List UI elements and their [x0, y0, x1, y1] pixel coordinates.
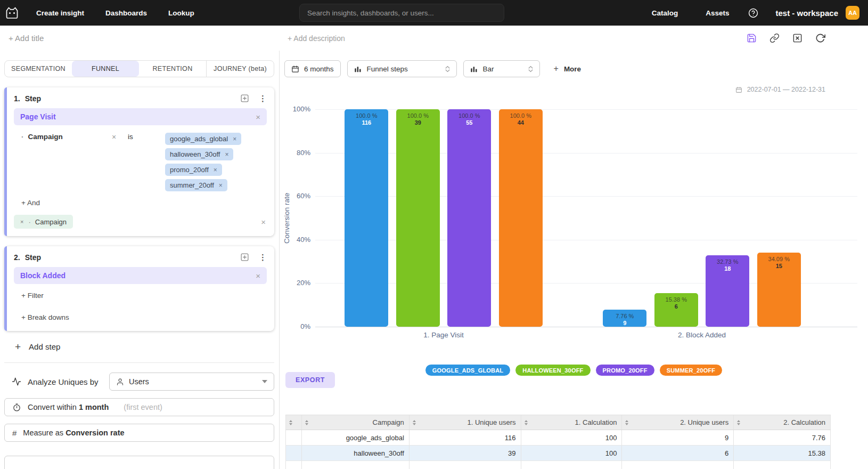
table-cell: 39 [410, 446, 521, 460]
legend-promo_20off[interactable]: PROMO_20OFF [596, 365, 654, 376]
table-header-campaign[interactable]: Campaign [302, 415, 410, 430]
analyze-label: Analyze Uniques by [28, 377, 99, 386]
bar-halloween_30off-step2[interactable]: 15.38 %6 [654, 293, 698, 327]
workspace-menu[interactable]: test - workspace [775, 9, 838, 18]
legend-halloween_30off[interactable]: HALLOWEEN_30OFF [515, 365, 590, 376]
chart-legend: GOOGLE_ADS_GLOBALHALLOWEEN_30OFFPROMO_20… [280, 365, 868, 376]
remove-value-icon[interactable]: × [219, 182, 223, 189]
nav-dashboards[interactable]: Dashboards [105, 9, 147, 17]
bar-summer_20off-step2[interactable]: 34.09 %15 [757, 253, 801, 327]
step-title: Step [25, 94, 41, 103]
search-input[interactable] [300, 9, 504, 17]
sort-icon[interactable] [525, 420, 528, 425]
analyze-unit-select[interactable]: Users [109, 373, 274, 391]
remove-value-icon[interactable]: × [214, 166, 217, 174]
step-menu-icon[interactable]: ⋮ [259, 94, 267, 102]
bar-google_ads_global-step2[interactable]: 7.76 %9 [603, 310, 646, 327]
remove-event-icon[interactable]: × [256, 271, 260, 280]
filter-operator[interactable]: is [128, 133, 165, 141]
bar-google_ads_global-step1[interactable]: 100.0 %116 [345, 109, 388, 327]
bar-count-label: 55 [447, 119, 491, 126]
duplicate-step-icon[interactable] [240, 253, 249, 262]
add-and-condition[interactable]: + And [14, 199, 267, 207]
clear-breakdown-icon[interactable]: × [261, 217, 266, 227]
sort-icon[interactable] [737, 420, 740, 425]
additional-setting-box[interactable] [4, 456, 274, 469]
avatar[interactable]: AA [846, 6, 859, 20]
table-cell [622, 461, 734, 469]
legend-google_ads_global[interactable]: GOOGLE_ADS_GLOBAL [425, 365, 511, 376]
step-menu-icon[interactable]: ⋮ [259, 253, 267, 261]
add-title-button[interactable]: + Add title [9, 34, 44, 43]
add-breakdown-button[interactable]: + Break downs [14, 313, 267, 321]
app-logo-cat-icon[interactable] [4, 5, 19, 20]
table-header-1-unique-users[interactable]: 1. Unique users [410, 415, 521, 430]
save-icon[interactable] [747, 33, 757, 43]
tab-funnel[interactable]: FUNNEL [72, 61, 139, 77]
event-selector[interactable]: Block Added × [14, 267, 267, 284]
table-header-1-calculation[interactable]: 1. Calculation [521, 415, 623, 430]
table-cell: 7.76 [734, 430, 831, 445]
legend-summer_20off[interactable]: SUMMER_20OFF [660, 365, 723, 376]
add-filter-button[interactable]: + Filter [14, 292, 267, 300]
clear-icon[interactable] [792, 33, 803, 43]
table-row-partial [285, 461, 831, 469]
remove-value-icon[interactable]: × [225, 151, 228, 158]
date-range-button[interactable]: 6 months [284, 60, 341, 77]
remove-breakdown-icon[interactable]: × [20, 219, 23, 225]
add-step-button[interactable]: + Add step [15, 342, 274, 352]
table-header-index[interactable] [286, 415, 302, 430]
bar-halloween_30off-step1[interactable]: 100.0 %39 [396, 109, 440, 327]
event-selector[interactable]: Page Visit × [14, 108, 267, 125]
sort-icon[interactable] [625, 420, 628, 425]
bar-percent-label: 32.73 % [706, 258, 749, 265]
export-button[interactable]: EXPORT [285, 372, 335, 388]
tab-journey[interactable]: JOURNEY (beta) [206, 61, 274, 77]
add-description-button[interactable]: + Add description [288, 34, 345, 43]
measure-setting[interactable]: # Measure as Conversion rate [4, 424, 274, 442]
results-table: Campaign1. Unique users1. Calculation2. … [285, 415, 831, 469]
help-icon[interactable] [748, 8, 758, 18]
bar-chart-icon [470, 65, 478, 73]
pulse-icon [12, 377, 21, 386]
refresh-icon[interactable] [815, 33, 825, 43]
bar-percent-label: 7.76 % [603, 312, 646, 320]
bar-percent-label: 100.0 % [345, 112, 388, 119]
table-cell: 100 [521, 446, 623, 460]
duplicate-step-icon[interactable] [240, 94, 249, 103]
filter-value-pill[interactable]: halloween_30off× [165, 148, 233, 160]
bar-promo_20off-step2[interactable]: 32.73 %18 [706, 255, 749, 327]
remove-value-icon[interactable]: × [233, 135, 236, 143]
sort-icon[interactable] [289, 420, 292, 425]
nav-assets[interactable]: Assets [706, 9, 729, 17]
filter-value-pill[interactable]: summer_20off× [165, 179, 227, 191]
step-number: 1. [14, 94, 20, 103]
copy-link-icon[interactable] [769, 33, 780, 43]
bar-promo_20off-step1[interactable]: 100.0 %55 [447, 109, 491, 327]
nav-lookup[interactable]: Lookup [168, 9, 194, 17]
filter-property[interactable]: ·Campaign [21, 133, 112, 141]
conversion-window-setting[interactable]: Convert within 1 month (first event) [4, 398, 274, 416]
nav-catalog[interactable]: Catalog [652, 9, 678, 17]
remove-filter-icon[interactable]: × [112, 133, 128, 141]
table-cell [410, 461, 521, 469]
bar-summer_20off-step1[interactable]: 100.0 %44 [499, 109, 543, 327]
funnel-step-2-card: 2. Step ⋮ Block Added × + Filter + Break… [4, 246, 274, 331]
filter-value-pill[interactable]: google_ads_global× [165, 133, 241, 145]
remove-event-icon[interactable]: × [256, 112, 260, 122]
select-chevrons-icon [445, 66, 450, 72]
tab-retention[interactable]: RETENTION [139, 61, 206, 77]
more-options-button[interactable]: + More [554, 64, 582, 74]
sort-icon[interactable] [305, 420, 308, 425]
chart-type-select[interactable]: Bar [463, 60, 540, 77]
calendar-icon [291, 65, 299, 73]
breakdown-pill[interactable]: × ·Campaign [14, 215, 73, 229]
table-header-2-calculation[interactable]: 2. Calculation [734, 415, 831, 430]
y-tick-label: 80% [281, 149, 310, 157]
sort-icon[interactable] [413, 420, 416, 425]
nav-create-insight[interactable]: Create insight [36, 9, 84, 17]
tab-segmentation[interactable]: SEGMENTATION [5, 61, 72, 77]
view-select[interactable]: Funnel steps [347, 60, 457, 77]
table-header-2-unique-users[interactable]: 2. Unique users [622, 415, 734, 430]
filter-value-pill[interactable]: promo_20off× [165, 164, 222, 176]
